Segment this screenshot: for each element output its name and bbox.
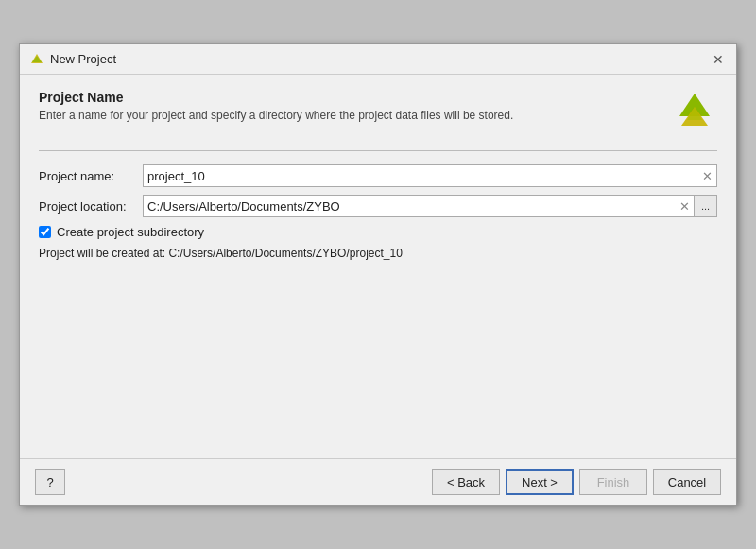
project-location-clear-button[interactable]: ✕	[675, 197, 694, 215]
app-title-icon	[29, 52, 44, 67]
subdirectory-checkbox-label[interactable]: Create project subdirectory	[57, 225, 204, 239]
dialog-body: Project Name Enter a name for your proje…	[20, 75, 736, 458]
project-name-input-wrapper: ✕	[143, 164, 717, 187]
section-description: Enter a name for your project and specif…	[39, 109, 513, 122]
project-location-input[interactable]	[144, 196, 675, 216]
create-subdirectory-checkbox[interactable]	[39, 226, 51, 238]
project-name-clear-button[interactable]: ✕	[697, 166, 716, 185]
vivado-logo-icon	[672, 90, 717, 135]
project-path-text: Project will be created at: C:/Users/Alb…	[39, 247, 717, 260]
project-location-input-wrapper: ✕	[143, 195, 695, 217]
close-button[interactable]: ✕	[710, 51, 727, 68]
dialog-footer: ? < Back Next > Finish Cancel	[20, 458, 736, 505]
project-location-row: Project location: ✕ ...	[39, 195, 717, 217]
project-name-row: Project name: ✕	[39, 164, 717, 187]
title-bar-left: New Project	[29, 52, 116, 67]
footer-right: < Back Next > Finish Cancel	[432, 469, 721, 495]
svg-marker-1	[32, 56, 42, 62]
project-location-label: Project location:	[39, 199, 143, 214]
section-title: Project Name	[39, 90, 513, 105]
finish-button[interactable]: Finish	[579, 469, 647, 495]
project-name-input[interactable]	[144, 165, 697, 186]
content-area	[39, 260, 717, 449]
project-name-label: Project name:	[39, 169, 143, 183]
header-section: Project Name Enter a name for your proje…	[39, 90, 717, 135]
next-button[interactable]: Next >	[506, 469, 574, 495]
separator	[39, 150, 717, 151]
dialog-title: New Project	[50, 52, 116, 66]
help-button[interactable]: ?	[35, 469, 65, 495]
title-bar: New Project ✕	[20, 44, 736, 75]
new-project-dialog: New Project ✕ Project Name Enter a name …	[19, 43, 737, 506]
back-button[interactable]: < Back	[432, 469, 500, 495]
cancel-button[interactable]: Cancel	[653, 469, 721, 495]
browse-button[interactable]: ...	[695, 195, 717, 217]
subdirectory-checkbox-row: Create project subdirectory	[39, 225, 717, 239]
header-text: Project Name Enter a name for your proje…	[39, 90, 513, 122]
footer-left: ?	[35, 469, 65, 495]
